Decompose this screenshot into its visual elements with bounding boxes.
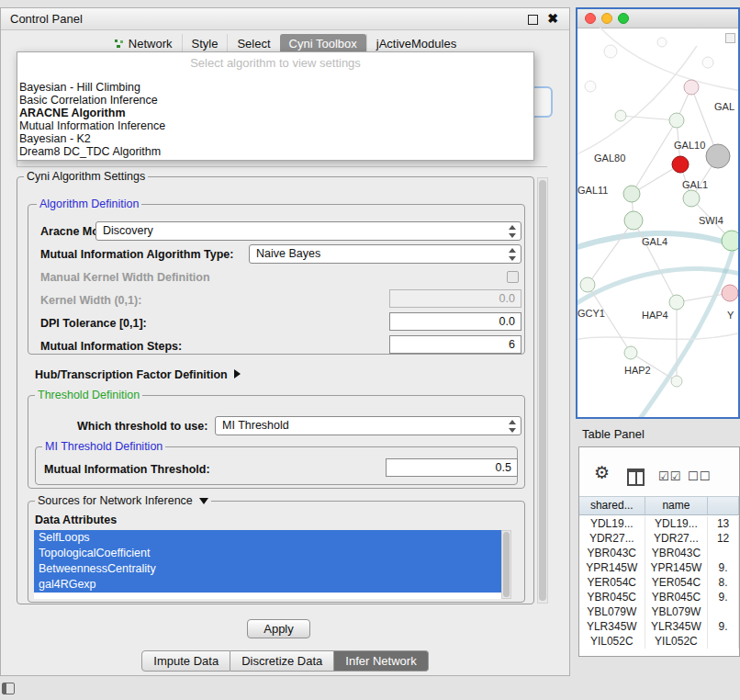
settings-scrollbar[interactable] bbox=[537, 177, 548, 604]
scrollbar-thumb[interactable] bbox=[539, 180, 546, 601]
scrollbar-thumb[interactable] bbox=[503, 532, 510, 597]
expanded-arrow-icon bbox=[199, 498, 208, 504]
table-cell: YER054C bbox=[645, 575, 709, 590]
hub-definition-toggle[interactable]: Hub/Transcription Factor Definition bbox=[35, 366, 241, 382]
tab-cyni-toolbox[interactable]: Cyni Toolbox bbox=[280, 34, 366, 53]
dpi-tolerance-input[interactable] bbox=[389, 312, 521, 331]
network-scroll-widget[interactable] bbox=[725, 33, 735, 43]
table-row[interactable]: YDR27...YDR27...12 bbox=[579, 531, 739, 546]
mi-steps-input[interactable] bbox=[389, 335, 521, 354]
network-node-label: GAL4 bbox=[642, 236, 667, 247]
network-node-label: GAL80 bbox=[594, 152, 625, 164]
column-header-name[interactable]: name bbox=[645, 497, 709, 514]
columns-icon[interactable] bbox=[627, 469, 645, 486]
table-row[interactable]: YBR043CYBR043C bbox=[579, 546, 739, 560]
manual-kernel-checkbox[interactable] bbox=[507, 271, 519, 283]
kernel-width-input[interactable] bbox=[389, 289, 521, 308]
table-cell: YDL19... bbox=[645, 516, 709, 531]
algorithm-option-aracne-algorithm[interactable]: ARACNE Algorithm bbox=[17, 107, 533, 119]
network-canvas[interactable]: GALGAL80GAL10GAL11GAL1SWI4GAL4GCY1HAP4YH… bbox=[577, 28, 738, 417]
network-node-label: GCY1 bbox=[577, 308, 605, 319]
table-row[interactable]: YBR045CYBR045C9. bbox=[579, 590, 739, 604]
deselect-all-checkboxes-icon[interactable]: ☐☐ bbox=[688, 469, 711, 483]
table-row[interactable]: YIL052CYIL052C bbox=[579, 634, 739, 649]
apply-button[interactable]: Apply bbox=[247, 619, 310, 638]
network-node-label: GAL10 bbox=[674, 140, 705, 151]
network-node-SWI4[interactable] bbox=[722, 231, 738, 251]
attribute-item-gal4rgexp[interactable]: gal4RGexp bbox=[34, 577, 501, 593]
sources-toggle[interactable]: Sources for Network Inference bbox=[35, 494, 211, 507]
network-node-hub-gray[interactable] bbox=[706, 144, 730, 168]
table-cell: YBR043C bbox=[579, 546, 645, 560]
mi-type-select[interactable]: Naive Bayes bbox=[249, 244, 521, 264]
algorithm-option-bayesian-k2[interactable]: Bayesian - K2 bbox=[17, 132, 533, 145]
mi-threshold-group-title: MI Threshold Definition bbox=[42, 440, 165, 453]
tab-network[interactable]: Network bbox=[105, 34, 182, 53]
tab-style[interactable]: Style bbox=[182, 34, 228, 53]
hidden-panel-icon[interactable] bbox=[2, 683, 15, 694]
algorithm-option-bayesian-hill-climbing[interactable]: Bayesian - Hill Climbing bbox=[17, 81, 533, 94]
desktop: Control Panel ✖ NetworkStyleSelectCyni T… bbox=[0, 0, 740, 700]
network-node-GAL1[interactable] bbox=[683, 190, 700, 207]
algorithm-option-basic-correlation-inference[interactable]: Basic Correlation Inference bbox=[17, 94, 533, 107]
table-row[interactable]: YPR145WYPR145W9. bbox=[579, 560, 739, 575]
close-icon[interactable]: ✖ bbox=[547, 11, 558, 26]
network-node-pale-mid[interactable] bbox=[669, 113, 684, 128]
attribute-item-topologicalcoefficient[interactable]: TopologicalCoefficient bbox=[34, 546, 501, 561]
stepper-icon bbox=[509, 420, 517, 433]
network-edge bbox=[621, 116, 677, 120]
network-node-pale-left[interactable] bbox=[615, 110, 626, 121]
network-node-GAL11[interactable] bbox=[623, 186, 640, 202]
network-node-label: SWI4 bbox=[699, 215, 723, 226]
mac-close-button[interactable] bbox=[585, 13, 596, 24]
column-header-extra[interactable] bbox=[708, 497, 739, 514]
network-node-pale-top[interactable] bbox=[684, 80, 699, 95]
table-panel-window: ⚙ ☑☑ ☐☐ shared...name YDL19...YDL19...13… bbox=[578, 446, 740, 657]
network-node-label: GAL11 bbox=[577, 185, 608, 196]
which-threshold-select[interactable]: MI Threshold bbox=[215, 416, 521, 435]
network-node-HAP4[interactable] bbox=[669, 295, 684, 310]
network-edge bbox=[588, 285, 631, 353]
column-header-shared-[interactable]: shared... bbox=[579, 497, 645, 514]
attributes-scrollbar[interactable] bbox=[501, 530, 511, 599]
table-row[interactable]: YBL079WYBL079W bbox=[579, 604, 739, 619]
tab-select[interactable]: Select bbox=[227, 34, 279, 53]
table-cell: YBR043C bbox=[645, 546, 709, 560]
aracne-mode-select[interactable]: Discovery bbox=[95, 221, 521, 241]
control-panel-titlebar: Control Panel ✖ bbox=[1, 8, 569, 30]
algorithm-popup: Select algorithm to view settings Bayesi… bbox=[17, 51, 534, 161]
network-node-label: GAL1 bbox=[682, 179, 708, 190]
network-node-GCY1[interactable] bbox=[580, 277, 595, 292]
mi-threshold-input[interactable] bbox=[386, 458, 518, 477]
table-cell: YBL079W bbox=[579, 604, 645, 619]
data-attributes-list[interactable]: SelfLoopsTopologicalCoefficientBetweenne… bbox=[34, 530, 501, 599]
table-row[interactable]: YDL19...YDL19...13 bbox=[579, 516, 739, 531]
network-node-GAL10[interactable] bbox=[672, 156, 689, 173]
gear-icon[interactable]: ⚙ bbox=[594, 464, 610, 481]
algorithm-option-dream8-dc-tdc-algorithm[interactable]: Dream8 DC_TDC Algorithm bbox=[17, 145, 533, 158]
bottom-tab-infer-network[interactable]: Infer Network bbox=[334, 650, 428, 672]
select-all-checkboxes-icon[interactable]: ☑☑ bbox=[658, 469, 681, 483]
mi-steps-label: Mutual Information Steps: bbox=[40, 340, 182, 353]
attribute-item-betweennesscentrality[interactable]: BetweennessCentrality bbox=[34, 561, 501, 577]
table-row[interactable]: YLR345WYLR345W9. bbox=[579, 619, 739, 634]
network-view-window[interactable]: GALGAL80GAL10GAL11GAL1SWI4GAL4GCY1HAP4YH… bbox=[576, 7, 740, 419]
table-cell: 8. bbox=[708, 575, 739, 590]
network-node-pink-right[interactable] bbox=[722, 285, 738, 301]
network-titlebar[interactable] bbox=[577, 9, 738, 28]
sources-title: Sources for Network Inference bbox=[38, 494, 193, 507]
mac-minimize-button[interactable] bbox=[601, 13, 612, 24]
table-cell: YLR345W bbox=[645, 619, 709, 634]
network-node-pale-bottom[interactable] bbox=[671, 376, 682, 387]
tab-jactivemodules[interactable]: jActiveModules bbox=[366, 34, 465, 53]
float-window-icon[interactable] bbox=[528, 15, 538, 25]
mac-zoom-button[interactable] bbox=[618, 13, 629, 24]
bottom-tab-impute-data[interactable]: Impute Data bbox=[141, 650, 230, 672]
algorithm-option-mutual-information-inference[interactable]: Mutual Information Inference bbox=[17, 119, 533, 132]
table-cell: YBL079W bbox=[645, 604, 709, 619]
attribute-item-selfloops[interactable]: SelfLoops bbox=[34, 530, 501, 546]
bottom-tab-discretize-data[interactable]: Discretize Data bbox=[230, 650, 334, 672]
network-node-HAP2[interactable] bbox=[624, 346, 637, 359]
network-node-GAL4[interactable] bbox=[624, 211, 643, 230]
table-row[interactable]: YER054CYER054C8. bbox=[579, 575, 739, 590]
